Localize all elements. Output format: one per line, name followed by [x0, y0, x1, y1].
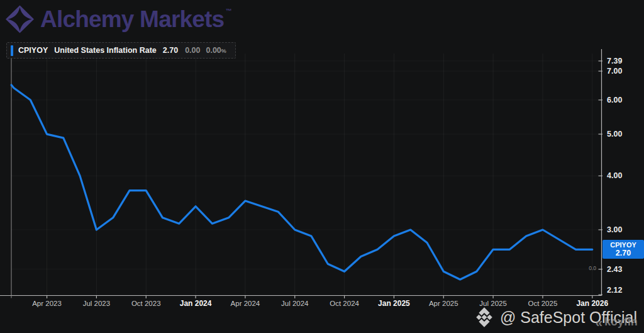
last-price-badge: CPIYOY 2.70	[602, 240, 644, 259]
brand-header: Alchemy Markets ™	[5, 4, 231, 34]
brand-name: Alchemy Markets	[40, 4, 224, 34]
series	[11, 85, 592, 279]
alchemy-logo-icon	[5, 4, 35, 34]
axis-ticks	[47, 61, 602, 298]
series-color-bar	[11, 45, 13, 56]
chart-page: Alchemy Markets ™ CPIYOY United States I…	[0, 0, 644, 333]
koyfin-wordmark: koyfin	[604, 315, 638, 329]
axes	[0, 49, 602, 298]
badge-ticker: CPIYOY	[610, 241, 636, 249]
legend-change: 0.00	[185, 46, 200, 55]
legend-change-pct: 0.00%	[206, 46, 226, 55]
gridlines	[11, 54, 602, 296]
trademark-symbol: ™	[225, 8, 231, 14]
binance-icon	[474, 307, 495, 328]
legend-ticker: CPIYOY	[18, 46, 48, 55]
badge-value: 2.70	[616, 249, 631, 257]
koyfin-watermark: « koyfin	[596, 315, 638, 329]
legend-series-name: United States Inflation Rate	[54, 46, 157, 55]
koyfin-logo-icon: «	[596, 316, 603, 329]
series-line-cpiyoy	[11, 85, 592, 279]
percent-sign: %	[221, 48, 226, 54]
series-legend[interactable]: CPIYOY United States Inflation Rate 2.70…	[6, 42, 236, 59]
legend-last-value: 2.70	[163, 46, 178, 55]
